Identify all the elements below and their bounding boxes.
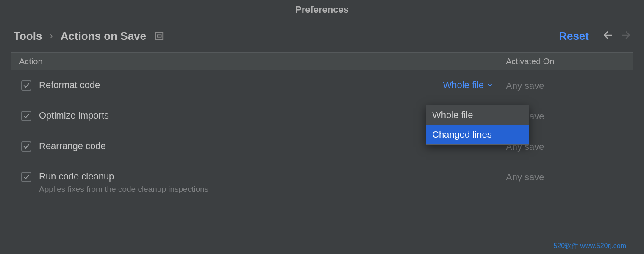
scope-dropdown-label: Whole file [443, 80, 484, 91]
nav-back-icon[interactable] [602, 30, 613, 43]
nav-arrows [602, 30, 631, 43]
col-header-action: Action [11, 57, 498, 66]
row-label: Run code cleanup [39, 171, 208, 182]
row-reformat-code: Reformat code Whole file Any save [11, 70, 633, 101]
row-label: Optimize imports [39, 110, 109, 121]
chevron-down-icon [486, 82, 493, 88]
nav-forward-icon [620, 30, 631, 43]
scope-popup: Whole file Changed lines [426, 105, 529, 145]
row-description: Applies fixes from the code cleanup insp… [39, 185, 208, 194]
breadcrumb-parent[interactable]: Tools [14, 30, 42, 43]
breadcrumb-row: Tools › Actions on Save Reset [0, 19, 644, 52]
reset-button[interactable]: Reset [559, 30, 589, 43]
row-run-code-cleanup: Run code cleanup Applies fixes from the … [11, 162, 633, 203]
popup-item-whole-file[interactable]: Whole file [426, 105, 529, 125]
row-rearrange-code: Rearrange code Any save [11, 131, 633, 162]
col-header-activated: Activated On [498, 53, 633, 70]
watermark: 520软件 www.520rj.com [553, 242, 626, 251]
breadcrumb-separator: › [50, 30, 53, 41]
scope-dropdown[interactable]: Whole file [443, 80, 493, 91]
checkbox-rearrange-code[interactable] [21, 141, 31, 152]
svg-rect-1 [157, 35, 161, 37]
breadcrumb-current: Actions on Save [61, 30, 146, 43]
table-header: Action Activated On [11, 52, 633, 70]
row-label: Rearrange code [39, 141, 106, 152]
settings-context-icon[interactable] [155, 31, 164, 41]
popup-item-changed-lines[interactable]: Changed lines [426, 125, 529, 144]
titlebar: Preferences [0, 0, 644, 19]
row-optimize-imports: Optimize imports Any save [11, 101, 633, 131]
breadcrumb: Tools › Actions on Save [14, 30, 146, 43]
window-title: Preferences [295, 4, 349, 15]
checkbox-run-code-cleanup[interactable] [21, 172, 31, 182]
row-label: Reformat code [39, 80, 100, 91]
checkbox-reformat-code[interactable] [21, 80, 31, 91]
svg-rect-0 [156, 33, 163, 40]
row-activated: Any save [498, 171, 633, 183]
content-area: Action Activated On Reformat code Whole … [0, 52, 644, 203]
row-activated: Any save [498, 80, 633, 91]
checkbox-optimize-imports[interactable] [21, 111, 31, 121]
